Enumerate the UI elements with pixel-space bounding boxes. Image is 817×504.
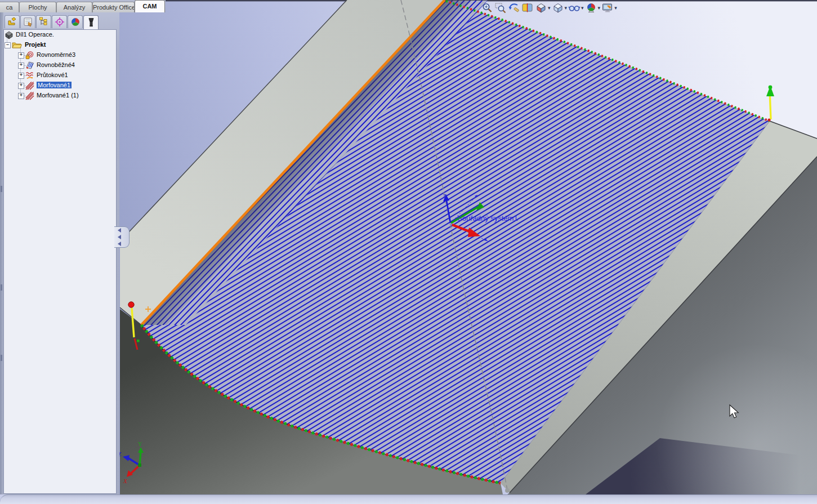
dropdown-caret-icon[interactable]: ▾: [548, 5, 551, 11]
section-view-icon: [521, 2, 534, 14]
folder-open-icon: [12, 41, 22, 50]
operation-tree: Díl1 Operace. − Projekt +: [3, 29, 117, 494]
origin-z-axis-label: Z: [443, 193, 447, 199]
tree-row-operation[interactable]: + Rovnoměrné3: [4, 50, 116, 60]
operation-label[interactable]: Rovnoběžné4: [37, 61, 75, 68]
collapse-arrow-icon: [118, 235, 121, 239]
expand-toggle[interactable]: +: [18, 73, 24, 79]
project-label[interactable]: Projekt: [25, 41, 46, 48]
tree-row-operation-selected[interactable]: + Morfované1: [4, 81, 116, 91]
display-manager-icon[interactable]: [68, 15, 83, 28]
tab-cam[interactable]: CAM: [135, 0, 165, 12]
previous-view-button[interactable]: [507, 1, 521, 15]
zoom-area-icon: [494, 2, 507, 14]
triad-y-label: Y: [138, 441, 142, 447]
morph-op-icon: [25, 81, 34, 90]
tree-row-operation[interactable]: + Průtokové1: [4, 70, 116, 81]
configuration-manager-icon[interactable]: [36, 15, 51, 28]
features-tool-icon[interactable]: [5, 15, 20, 28]
command-manager-tabbar: ca Plochy Analýzy Produkty Office CAM: [0, 0, 166, 12]
view-orientation-icon: [535, 2, 547, 14]
expand-toggle[interactable]: +: [18, 63, 24, 69]
previous-view-icon: [508, 2, 520, 14]
tab-analyzy[interactable]: Analýzy: [56, 2, 92, 12]
tree-row-operation[interactable]: + Rovnoběžné4: [4, 60, 116, 70]
operation-label[interactable]: Rovnoměrné3: [37, 51, 75, 58]
operation-label[interactable]: Průtokové1: [37, 72, 68, 78]
section-view-button[interactable]: [521, 1, 534, 15]
triad-x-label: X: [123, 478, 128, 484]
zoom-to-area-button[interactable]: [494, 1, 507, 15]
constant-stepover-op-icon: [25, 51, 34, 60]
morph-op-icon: [25, 91, 34, 100]
view-settings-button[interactable]: ▾: [601, 1, 618, 15]
tree-row-operation[interactable]: + Morfované1 (1): [4, 91, 116, 101]
tab-produkty-office[interactable]: Produkty Office: [92, 2, 135, 12]
property-manager-icon[interactable]: [20, 15, 35, 28]
zoom-fit-icon: [481, 2, 493, 14]
collapse-toggle[interactable]: −: [5, 42, 11, 48]
cam-operations-icon[interactable]: [83, 15, 99, 29]
display-style-button[interactable]: ▾: [551, 1, 568, 15]
feature-manager-panel: Díl1 Operace. − Projekt +: [0, 12, 119, 494]
tree-row-part[interactable]: Díl1 Operace.: [4, 30, 116, 40]
3d-viewport[interactable]: Z Y Z X: [0, 0, 817, 504]
operation-label[interactable]: Morfované1 (1): [37, 92, 79, 99]
dropdown-caret-icon[interactable]: ▾: [581, 5, 584, 11]
monitor-hand-icon: [601, 2, 614, 14]
panel-collapse-handle[interactable]: [114, 226, 130, 248]
view-toolbar: ▾ ▾ ▾ ▾: [480, 1, 618, 15]
scene-ball-icon: [585, 2, 597, 14]
dimxpert-icon[interactable]: [52, 15, 67, 28]
tree-row-project[interactable]: − Projekt: [4, 40, 116, 50]
zoom-to-fit-button[interactable]: [480, 1, 494, 15]
hide-show-items-button[interactable]: ▾: [568, 1, 584, 15]
dropdown-caret-icon[interactable]: ▾: [614, 5, 617, 11]
coordinate-system-label[interactable]: Souřadný systém1: [457, 214, 518, 222]
parallel-op-icon: [25, 61, 34, 70]
part-title[interactable]: Díl1 Operace.: [16, 31, 54, 38]
apply-scene-button[interactable]: ▾: [584, 1, 601, 15]
expand-toggle[interactable]: +: [18, 83, 24, 89]
expand-toggle[interactable]: +: [18, 93, 24, 99]
tab-plochy[interactable]: Plochy: [19, 2, 56, 12]
operation-label[interactable]: Morfované1: [37, 82, 72, 88]
expand-toggle[interactable]: +: [18, 52, 24, 59]
status-bar: [0, 494, 817, 504]
tab-skica[interactable]: ca: [0, 2, 19, 12]
part-icon: [5, 30, 14, 39]
panel-tab-strip: [5, 15, 99, 29]
cad-cam-application-window: Z Y Z X Souřadný systém1 ca Plochy Analý…: [0, 0, 817, 504]
flowline-op-icon: [25, 71, 34, 80]
glasses-icon: [568, 2, 581, 14]
display-style-icon: [552, 2, 564, 14]
collapse-arrow-icon: [118, 242, 121, 246]
collapse-arrow-icon: [118, 228, 121, 233]
dropdown-caret-icon[interactable]: ▾: [565, 5, 568, 11]
view-orientation-button[interactable]: ▾: [534, 1, 551, 15]
dropdown-caret-icon[interactable]: ▾: [598, 5, 601, 11]
